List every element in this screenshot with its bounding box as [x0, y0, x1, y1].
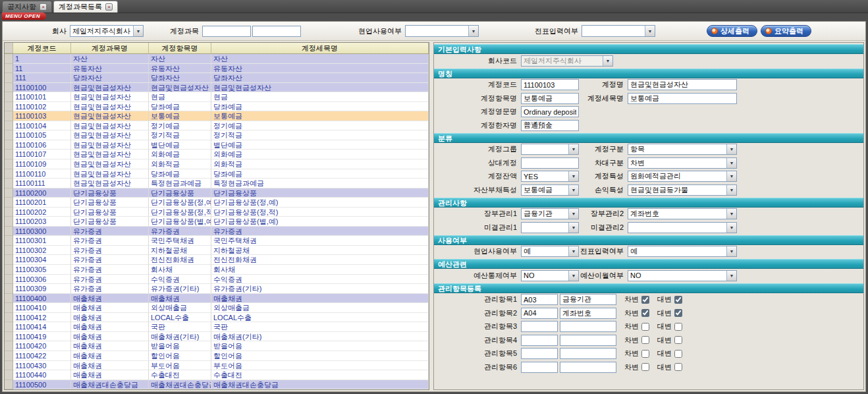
tab-account-register[interactable]: 계정과목등록 × — [53, 1, 118, 13]
table-row[interactable]: 11100304유가증권전신전화채권전신전화채권 — [5, 255, 429, 265]
mgmt-code-input[interactable] — [521, 308, 558, 319]
input-field[interactable] — [521, 106, 579, 117]
select-field[interactable]: 계좌번호▼ — [628, 208, 737, 219]
table-row[interactable]: 11100104현금및현금성자산정기예금정기예금 — [5, 121, 429, 131]
row-selector[interactable] — [5, 255, 13, 265]
select-field[interactable]: NO▼ — [521, 270, 579, 281]
menu-open-button[interactable]: MENU OPEN — [2, 13, 46, 20]
mgmt-code-input[interactable] — [521, 348, 558, 359]
table-row[interactable]: 11100302유가증권지하철공채지하철공채 — [5, 246, 429, 256]
table-row[interactable]: 11100105현금및현금성자산정기적금정기적금 — [5, 130, 429, 140]
debit-checkbox[interactable] — [641, 336, 649, 344]
row-selector[interactable] — [5, 351, 13, 361]
mgmt-name-input[interactable] — [560, 321, 616, 332]
debit-checkbox[interactable] — [641, 323, 649, 331]
table-row[interactable]: 111당좌자산당좌자산당좌자산 — [5, 73, 429, 83]
row-selector[interactable] — [5, 140, 13, 150]
select-field[interactable]: 보통예금▼ — [521, 184, 579, 196]
account-code-input[interactable] — [202, 26, 251, 37]
select-field[interactable]: ▼ — [628, 222, 737, 233]
mgmt-code-input[interactable] — [521, 321, 558, 332]
select-field[interactable]: 예▼ — [628, 246, 737, 257]
header-account-name[interactable]: 계정과목명 — [71, 43, 149, 53]
select-field[interactable]: 원화예적금관리▼ — [628, 171, 737, 182]
credit-checkbox[interactable] — [674, 336, 682, 344]
row-selector[interactable] — [5, 303, 13, 313]
row-selector[interactable] — [5, 130, 13, 140]
table-row[interactable]: 11100412매출채권LOCAL수출LOCAL수출 — [5, 313, 429, 323]
table-row[interactable]: 11100102현금및현금성자산당좌예금당좌예금 — [5, 102, 429, 112]
row-selector[interactable] — [5, 246, 13, 256]
credit-checkbox[interactable] — [674, 296, 682, 304]
table-row[interactable]: 11100301유가증권국민주택채권국민주택채권 — [5, 236, 429, 246]
table-row[interactable]: 11100100현금및현금성자산현금및현금성자산현금및현금성자산 — [5, 83, 429, 93]
table-row[interactable]: 11100103현금및현금성자산보통예금보통예금 — [5, 111, 429, 121]
table-row[interactable]: 11100419매출채권매출채권(기타)매출채권(기타) — [5, 332, 429, 342]
mgmt-name-input[interactable] — [560, 362, 616, 373]
table-row[interactable]: 1자산자산자산 — [5, 54, 429, 64]
account-name-input[interactable] — [252, 26, 301, 37]
select-field[interactable]: 항목▼ — [628, 144, 737, 155]
row-selector[interactable] — [5, 208, 13, 217]
debit-checkbox[interactable] — [641, 309, 649, 317]
table-row[interactable]: 11100309유가증권유가증권(기타)유가증권(기타) — [5, 284, 429, 294]
table-row[interactable]: 11100400매출채권매출채권매출채권 — [5, 294, 429, 304]
mgmt-name-input[interactable] — [560, 308, 616, 319]
input-field[interactable] — [521, 93, 579, 104]
table-row[interactable]: 11100414매출채권국판국판 — [5, 322, 429, 332]
select-field[interactable]: 금융기관▼ — [521, 208, 579, 219]
input-field[interactable] — [521, 120, 579, 131]
table-row[interactable]: 11100440매출채권수출대전수출대전 — [5, 370, 429, 380]
table-row[interactable]: 11100430매출채권부도어음부도어음 — [5, 361, 429, 371]
row-selector[interactable] — [5, 121, 13, 131]
credit-checkbox[interactable] — [674, 363, 682, 371]
select-field[interactable]: 현금및현금등가물▼ — [628, 184, 737, 196]
header-detail-name[interactable]: 계정세목명 — [211, 43, 429, 53]
debit-checkbox[interactable] — [641, 350, 649, 358]
header-item-name[interactable]: 계정항목명 — [149, 43, 211, 53]
table-row[interactable]: 11100422매출채권할인어음할인어음 — [5, 351, 429, 361]
mgmt-name-input[interactable] — [560, 335, 616, 346]
table-row[interactable]: 11100110현금및현금성자산당좌예금당좌예금 — [5, 169, 429, 179]
debit-checkbox[interactable] — [641, 296, 649, 304]
row-selector[interactable] — [5, 54, 13, 64]
field-use-select[interactable]: ▼ — [405, 25, 479, 37]
header-account-code[interactable]: 계정코드 — [13, 43, 71, 53]
row-selector[interactable] — [5, 169, 13, 179]
row-selector[interactable] — [5, 217, 13, 227]
select-field[interactable]: ▼ — [521, 222, 579, 233]
select-field[interactable]: ▼ — [521, 144, 579, 155]
select-field[interactable]: 예▼ — [521, 246, 579, 257]
input-field[interactable] — [521, 79, 579, 90]
tab-notice[interactable]: 공지사항 × — [2, 1, 52, 13]
mgmt-name-input[interactable] — [560, 294, 616, 305]
input-field[interactable] — [628, 93, 737, 104]
row-selector[interactable] — [5, 188, 13, 198]
select-field[interactable]: 차변▼ — [628, 157, 737, 169]
mgmt-code-input[interactable] — [521, 362, 558, 373]
credit-checkbox[interactable] — [674, 309, 682, 317]
table-row[interactable]: 11100200단기금융상품단기금융상품단기금융상품 — [5, 188, 429, 198]
table-row[interactable]: 11100109현금및현금성자산외화적금외화적금 — [5, 159, 429, 169]
row-selector[interactable] — [5, 370, 13, 380]
row-selector[interactable] — [5, 341, 13, 351]
table-row[interactable]: 11100202단기금융상품단기금융상품(정,적)단기금융상품(정,적) — [5, 208, 429, 217]
mgmt-code-input[interactable] — [521, 294, 558, 305]
row-selector[interactable] — [5, 332, 13, 342]
row-selector[interactable] — [5, 265, 13, 275]
company-select[interactable]: 제일저지주식회사 ▼ — [70, 25, 144, 37]
close-icon[interactable]: × — [105, 3, 113, 11]
input-field[interactable] — [521, 157, 579, 169]
mgmt-name-input[interactable] — [560, 348, 616, 359]
row-selector[interactable] — [5, 236, 13, 246]
table-row[interactable]: 11100500매출채권대손충당금매출채권대손충당금매출채권대손충당금 — [5, 380, 429, 389]
row-selector[interactable] — [5, 361, 13, 371]
detail-print-button[interactable]: 상세출력 — [707, 25, 757, 37]
row-selector[interactable] — [5, 179, 13, 188]
table-row[interactable]: 11100306유가증권수익증권수익증권 — [5, 275, 429, 285]
row-selector[interactable] — [5, 111, 13, 121]
row-selector[interactable] — [5, 322, 13, 332]
row-selector[interactable] — [5, 275, 13, 285]
row-selector[interactable] — [5, 380, 13, 389]
credit-checkbox[interactable] — [674, 350, 682, 358]
